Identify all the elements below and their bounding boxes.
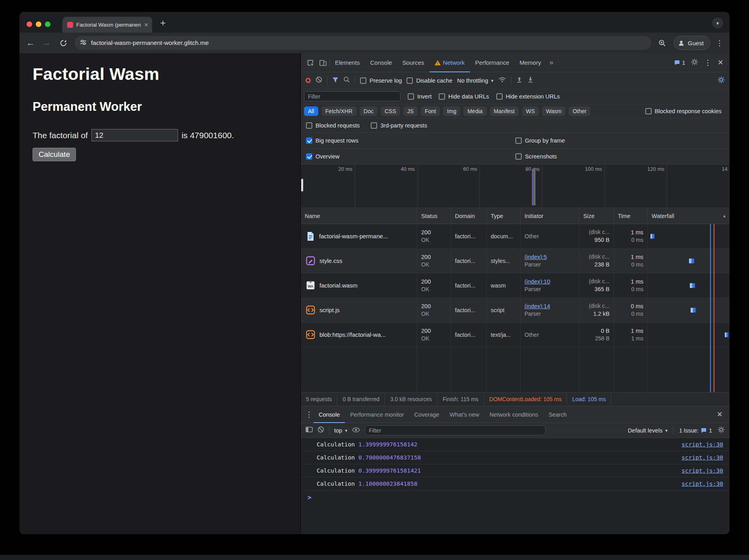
checkbox-checked[interactable] bbox=[306, 153, 312, 160]
column-header-waterfall[interactable]: Waterfall ▲ bbox=[648, 208, 730, 224]
column-header-initiator[interactable]: Initiator bbox=[521, 208, 579, 224]
guest-profile-button[interactable]: Guest bbox=[674, 36, 710, 50]
export-har-button[interactable] bbox=[527, 77, 534, 85]
inspect-element-button[interactable] bbox=[304, 56, 317, 69]
browser-menu-button[interactable]: ⋮ bbox=[715, 39, 724, 48]
filter-chip-all[interactable]: All bbox=[304, 106, 318, 116]
checkbox[interactable] bbox=[360, 77, 366, 84]
create-live-expression-button[interactable] bbox=[352, 427, 360, 434]
tab-elements[interactable]: Elements bbox=[330, 53, 365, 72]
filter-chip-ws[interactable]: WS bbox=[522, 106, 539, 116]
browser-tab[interactable]: Factorial Wasm (permanent W × bbox=[62, 17, 152, 33]
tab-search-button[interactable]: ▾ bbox=[712, 17, 723, 29]
blocked-response-cookies-checkbox[interactable]: Blocked response cookies bbox=[645, 108, 722, 114]
forward-button[interactable]: → bbox=[41, 39, 52, 47]
timeline-drag-handle[interactable] bbox=[301, 179, 303, 191]
third-party-requests-checkbox[interactable]: 3rd-party requests bbox=[371, 122, 427, 129]
filter-chip-font[interactable]: Font bbox=[421, 106, 440, 116]
request-row-blob[interactable]: blob:https://factorial-wa... 200OK facto… bbox=[301, 322, 730, 347]
initiator-link[interactable]: (index):5 bbox=[524, 253, 575, 261]
source-link[interactable]: script.js:30 bbox=[681, 481, 723, 487]
column-header-time[interactable]: Time bbox=[614, 208, 648, 224]
checkbox[interactable] bbox=[515, 137, 522, 144]
reload-button[interactable] bbox=[57, 37, 70, 49]
hide-extension-urls-checkbox[interactable]: Hide extension URLs bbox=[496, 93, 560, 100]
new-tab-button[interactable]: + bbox=[157, 17, 169, 29]
import-har-button[interactable] bbox=[516, 77, 523, 85]
filter-chip-manifest[interactable]: Manifest bbox=[490, 106, 519, 116]
column-header-size[interactable]: Size bbox=[579, 208, 614, 224]
disable-cache-checkbox[interactable]: Disable cache bbox=[406, 77, 452, 84]
drawer-tab-whats-new[interactable]: What's new bbox=[444, 406, 484, 423]
console-context-selector[interactable]: top ▾ bbox=[334, 427, 347, 434]
group-by-frame-checkbox[interactable]: Group by frame bbox=[515, 137, 565, 144]
filter-chip-doc[interactable]: Doc bbox=[360, 106, 377, 116]
big-request-rows-checkbox[interactable]: Big request rows bbox=[306, 137, 358, 144]
blocked-requests-checkbox[interactable]: Blocked requests bbox=[306, 122, 360, 129]
console-issues-counter[interactable]: 1 Issue: 1 bbox=[679, 427, 712, 434]
tab-close-icon[interactable]: × bbox=[144, 21, 148, 28]
invert-checkbox[interactable]: Invert bbox=[408, 93, 432, 100]
drawer-close-icon[interactable]: × bbox=[717, 410, 726, 419]
drawer-tab-network-conditions[interactable]: Network conditions bbox=[484, 406, 544, 423]
tab-sources[interactable]: Sources bbox=[397, 53, 430, 72]
device-toolbar-button[interactable] bbox=[317, 56, 329, 69]
network-filter-input[interactable] bbox=[304, 91, 401, 101]
issues-counter[interactable]: 1 bbox=[674, 60, 685, 66]
source-link[interactable]: script.js:30 bbox=[681, 454, 723, 461]
column-header-type[interactable]: Type bbox=[487, 208, 521, 224]
filter-toggle-button[interactable] bbox=[332, 77, 339, 85]
window-zoom-button[interactable] bbox=[45, 21, 50, 27]
zoom-icon[interactable] bbox=[656, 37, 669, 49]
checkbox[interactable] bbox=[406, 77, 413, 84]
request-row-stylesheet[interactable]: style.css 200OK factori... styles... (in… bbox=[301, 249, 730, 273]
checkbox[interactable] bbox=[371, 122, 377, 129]
log-levels-select[interactable]: Default levels ▾ bbox=[628, 427, 668, 434]
column-header-status[interactable]: Status bbox=[417, 208, 451, 224]
request-row-wasm[interactable]: WA factorial.wasm 200OK factori... wasm … bbox=[301, 273, 730, 298]
source-link[interactable]: script.js:30 bbox=[681, 441, 723, 448]
initiator-link[interactable]: (index):10 bbox=[524, 278, 575, 286]
network-conditions-button[interactable] bbox=[498, 77, 506, 84]
tab-memory[interactable]: Memory bbox=[515, 53, 546, 72]
request-row-script[interactable]: script.js 200OK factori... script (index… bbox=[301, 298, 730, 322]
console-settings-button[interactable] bbox=[718, 426, 725, 435]
console-sidebar-toggle[interactable] bbox=[306, 427, 313, 434]
screenshots-checkbox[interactable]: Screenshots bbox=[515, 153, 557, 160]
network-overview-timeline[interactable]: 20 ms 40 ms 60 ms 80 ms 100 ms 120 ms 14 bbox=[301, 164, 730, 208]
filter-chip-img[interactable]: Img bbox=[443, 106, 460, 116]
checkbox[interactable] bbox=[496, 93, 503, 100]
checkbox[interactable] bbox=[645, 108, 652, 114]
clear-console-button[interactable] bbox=[317, 426, 324, 434]
drawer-menu-button[interactable]: ⋮ bbox=[305, 410, 314, 419]
tab-console[interactable]: Console bbox=[365, 53, 397, 72]
tab-performance[interactable]: Performance bbox=[470, 53, 515, 72]
preserve-log-checkbox[interactable]: Preserve log bbox=[360, 77, 402, 84]
checkbox-checked[interactable] bbox=[306, 137, 312, 144]
calculate-button[interactable]: Calculate bbox=[33, 148, 76, 161]
request-row-document[interactable]: factorial-wasm-permane... 200OK factori.… bbox=[301, 224, 730, 249]
column-header-name[interactable]: Name bbox=[301, 208, 417, 224]
checkbox[interactable] bbox=[408, 93, 414, 100]
filter-chip-css[interactable]: CSS bbox=[381, 106, 400, 116]
filter-chip-media[interactable]: Media bbox=[463, 106, 486, 116]
site-settings-icon[interactable] bbox=[80, 39, 87, 47]
address-bar[interactable]: factorial-wasm-permanent-worker.glitch.m… bbox=[74, 36, 651, 50]
record-button[interactable] bbox=[306, 78, 311, 83]
more-tabs-button[interactable]: » bbox=[546, 58, 557, 67]
overview-checkbox[interactable]: Overview bbox=[306, 153, 339, 160]
console-prompt[interactable]: > bbox=[301, 494, 730, 501]
back-button[interactable]: ← bbox=[25, 39, 36, 47]
clear-button[interactable] bbox=[315, 76, 322, 85]
tab-network[interactable]: Network bbox=[430, 53, 470, 72]
checkbox[interactable] bbox=[306, 122, 312, 129]
devtools-close-icon[interactable]: × bbox=[718, 58, 723, 67]
drawer-tab-coverage[interactable]: Coverage bbox=[409, 406, 445, 423]
network-settings-button[interactable] bbox=[718, 76, 725, 85]
network-search-button[interactable] bbox=[343, 76, 350, 85]
column-header-domain[interactable]: Domain bbox=[451, 208, 487, 224]
checkbox[interactable] bbox=[515, 153, 522, 160]
drawer-tab-console[interactable]: Console bbox=[314, 406, 345, 423]
filter-chip-js[interactable]: JS bbox=[403, 106, 418, 116]
filter-chip-fetch-xhr[interactable]: Fetch/XHR bbox=[321, 106, 356, 116]
